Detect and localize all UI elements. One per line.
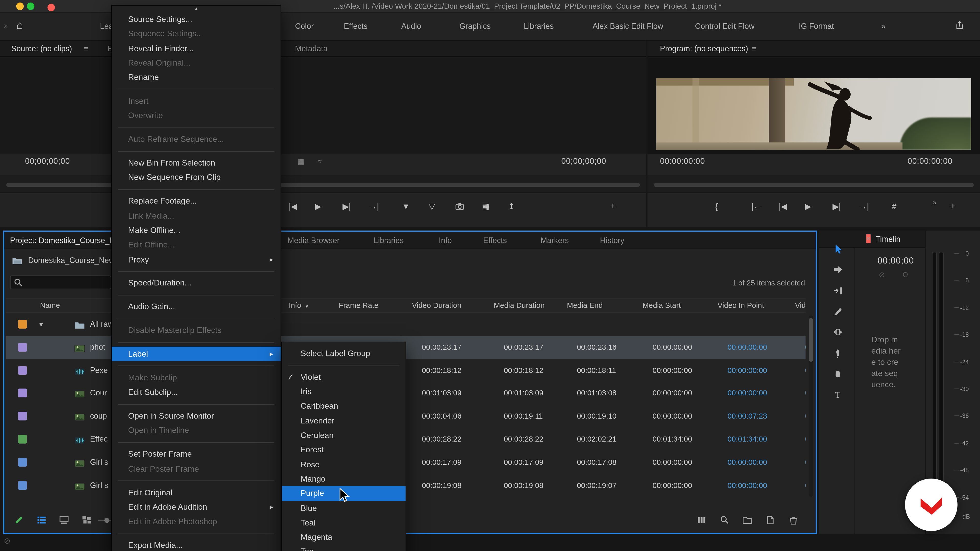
menu-item-speed-duration[interactable]: Speed/Duration... bbox=[112, 276, 280, 290]
linked-selection-icon[interactable]: ⊘ bbox=[879, 270, 885, 279]
mark-in-button[interactable]: { bbox=[715, 202, 718, 211]
menu-item-export-media[interactable]: Export Media... bbox=[112, 538, 280, 551]
icon-view-icon[interactable] bbox=[59, 515, 69, 525]
razor-tool[interactable] bbox=[833, 306, 845, 319]
goto-out-button[interactable]: →| bbox=[859, 202, 869, 211]
submenu-item-iris[interactable]: Iris bbox=[282, 384, 406, 399]
menu-item-open-in-source-monitor[interactable]: Open in Source Monitor bbox=[112, 409, 280, 423]
workspace-tab-libraries[interactable]: Libraries bbox=[524, 22, 554, 30]
step-back-button[interactable]: |◀ bbox=[289, 202, 297, 211]
type-tool[interactable]: T bbox=[833, 390, 845, 402]
search-icon[interactable] bbox=[720, 515, 730, 525]
column-header-media-duration[interactable]: Media Duration bbox=[494, 301, 545, 310]
column-header-frame-rate[interactable]: Frame Rate bbox=[339, 301, 378, 310]
program-zoom-bar[interactable] bbox=[654, 183, 974, 187]
workspace-tab-color[interactable]: Color bbox=[295, 22, 313, 30]
trash-icon[interactable] bbox=[789, 515, 799, 525]
column-header-video-in-point[interactable]: Video In Point bbox=[718, 301, 764, 310]
workspace-tab-graphics[interactable]: Graphics bbox=[460, 22, 491, 30]
step-forward-button[interactable]: ▶| bbox=[342, 202, 351, 211]
tab-markers[interactable]: Markers bbox=[541, 236, 569, 245]
chevron-down-icon[interactable]: ▾ bbox=[39, 313, 43, 336]
label-color-swatch[interactable] bbox=[18, 366, 27, 375]
button-editor-icon[interactable]: + bbox=[610, 200, 616, 212]
tab-libraries[interactable]: Libraries bbox=[374, 236, 404, 245]
tab-metadata[interactable]: Metadata bbox=[295, 44, 328, 53]
freeform-view-icon[interactable] bbox=[82, 515, 92, 525]
column-header-vid[interactable]: Vid bbox=[795, 301, 806, 310]
menu-item-replace-footage[interactable]: Replace Footage... bbox=[112, 194, 280, 208]
search-box[interactable] bbox=[10, 275, 111, 289]
pen-tool[interactable] bbox=[833, 348, 845, 361]
menu-item-source-settings[interactable]: Source Settings... bbox=[112, 12, 280, 27]
list-view-icon[interactable] bbox=[37, 515, 47, 525]
ripple-edit-tool[interactable] bbox=[833, 286, 845, 299]
menu-item-edit-original[interactable]: Edit Original bbox=[112, 485, 280, 500]
scrollbar-thumb[interactable] bbox=[809, 318, 813, 362]
column-header-media-start[interactable]: Media Start bbox=[643, 301, 681, 310]
insert-button[interactable]: ▼ bbox=[402, 202, 410, 211]
menu-item-set-poster-frame[interactable]: Set Poster Frame bbox=[112, 447, 280, 462]
tab-source-no-clips[interactable]: Source: (no clips) bbox=[11, 44, 72, 53]
label-color-swatch[interactable] bbox=[18, 458, 27, 467]
zoom-slider-knob[interactable] bbox=[104, 518, 110, 523]
column-header-name[interactable]: Name bbox=[40, 301, 60, 310]
source-zoom-bar[interactable] bbox=[6, 183, 640, 187]
workspace-tab-control-edit-flow[interactable]: Control Edit Flow bbox=[695, 22, 754, 30]
workspace-tab-alex-basic-edit-flow[interactable]: Alex Basic Edit Flow bbox=[593, 22, 663, 30]
submenu-item-violet[interactable]: ✓Violet bbox=[282, 370, 406, 384]
label-color-swatch[interactable] bbox=[18, 343, 27, 351]
tab-timeline[interactable]: Timelin bbox=[876, 235, 900, 244]
menu-item-make-offline[interactable]: Make Offline... bbox=[112, 223, 280, 238]
goto-in-button[interactable]: |← bbox=[751, 202, 762, 211]
comparison-button[interactable]: # bbox=[892, 202, 897, 211]
close-icon[interactable]: × bbox=[866, 234, 870, 243]
hand-tool[interactable] bbox=[833, 369, 845, 382]
tab-media-browser[interactable]: Media Browser bbox=[288, 236, 340, 245]
source-scrubber[interactable] bbox=[0, 176, 646, 193]
workspace-overflow-icon[interactable]: » bbox=[881, 21, 886, 30]
submenu-item-mango[interactable]: Mango bbox=[282, 472, 406, 486]
submenu-item-tan[interactable]: Tan bbox=[282, 545, 406, 551]
tab-history[interactable]: History bbox=[600, 236, 624, 245]
slip-tool[interactable] bbox=[833, 327, 845, 340]
workspace-tab-ig-format[interactable]: IG Format bbox=[799, 22, 834, 30]
close-window-button[interactable] bbox=[48, 4, 55, 11]
writable-pencil-icon[interactable] bbox=[14, 515, 24, 525]
play-button[interactable]: ▶ bbox=[315, 202, 321, 211]
button-editor-icon[interactable]: + bbox=[950, 200, 956, 212]
play-button[interactable]: ▶ bbox=[805, 202, 811, 211]
panel-menu-icon[interactable]: ≡ bbox=[84, 44, 88, 53]
snap-icon[interactable]: Ω bbox=[902, 270, 908, 279]
label-color-swatch[interactable] bbox=[18, 435, 27, 443]
label-color-swatch[interactable] bbox=[18, 412, 27, 421]
submenu-item-select-label-group[interactable]: Select Label Group bbox=[282, 346, 406, 361]
submenu-item-lavender[interactable]: Lavender bbox=[282, 413, 406, 428]
transport-overflow-icon[interactable]: » bbox=[932, 198, 937, 206]
settings-button[interactable]: ▦ bbox=[482, 202, 490, 211]
menu-item-new-sequence-from-clip[interactable]: New Sequence From Clip bbox=[112, 170, 280, 185]
panel-menu-icon[interactable]: ≡ bbox=[752, 44, 756, 53]
column-header-info[interactable]: Info∧ bbox=[289, 301, 309, 310]
menu-item-proxy[interactable]: Proxy▸ bbox=[112, 252, 280, 267]
quick-export-icon[interactable] bbox=[955, 21, 964, 33]
label-color-swatch[interactable] bbox=[18, 389, 27, 397]
export-button[interactable]: ↥ bbox=[508, 202, 515, 211]
new-bin-icon[interactable] bbox=[742, 515, 752, 525]
submenu-item-rose[interactable]: Rose bbox=[282, 457, 406, 472]
submenu-item-forest[interactable]: Forest bbox=[282, 443, 406, 457]
submenu-item-caribbean[interactable]: Caribbean bbox=[282, 399, 406, 413]
menu-scroll-up-icon[interactable]: ▲ bbox=[112, 6, 280, 12]
step-forward-button[interactable]: ▶| bbox=[832, 202, 841, 211]
zoom-window-button[interactable] bbox=[27, 3, 34, 10]
search-input[interactable] bbox=[25, 277, 108, 288]
submenu-item-teal[interactable]: Teal bbox=[282, 515, 406, 530]
column-header-video-duration[interactable]: Video Duration bbox=[412, 301, 461, 310]
menu-item-new-bin-from-selection[interactable]: New Bin From Selection bbox=[112, 156, 280, 170]
workspace-tab-audio[interactable]: Audio bbox=[401, 22, 421, 30]
menu-item-reveal-in-finder[interactable]: Reveal in Finder... bbox=[112, 41, 280, 56]
menu-item-audio-gain[interactable]: Audio Gain... bbox=[112, 300, 280, 314]
menu-item-edit-in-adobe-audition[interactable]: Edit in Adobe Audition▸ bbox=[112, 500, 280, 514]
tab-program[interactable]: Program: (no sequences) bbox=[660, 44, 748, 53]
goto-out-button[interactable]: →| bbox=[369, 202, 379, 211]
